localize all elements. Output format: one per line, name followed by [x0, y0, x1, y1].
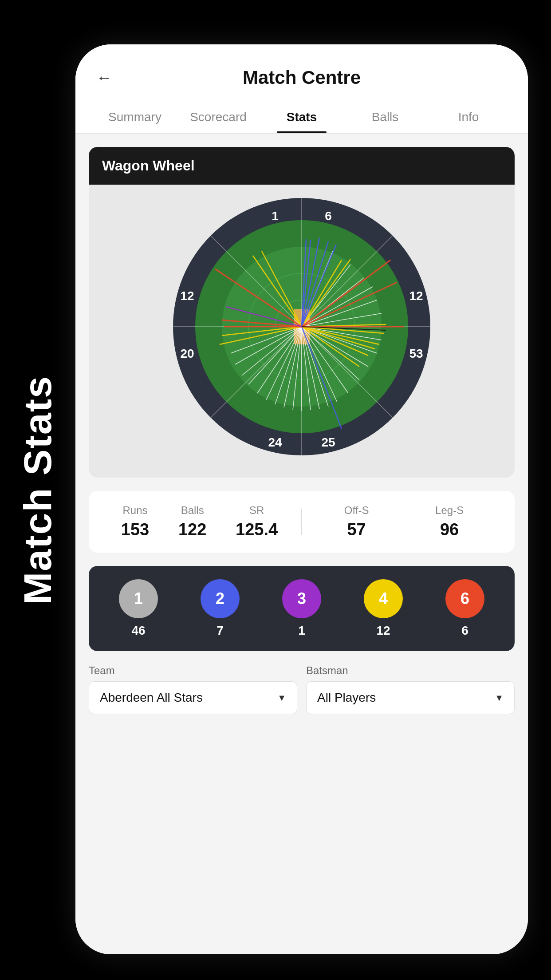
- stats-bar: Runs 153 Balls 122 SR 125.4 Off-S: [89, 491, 515, 553]
- dropdowns-row: Team Aberdeen All Stars ▼ Batsman All Pl…: [89, 664, 515, 727]
- stat-off-s: Off-S 57: [344, 504, 369, 539]
- back-button[interactable]: ←: [93, 67, 115, 89]
- run-count-4: 12: [376, 624, 390, 638]
- runs-label: Runs: [121, 504, 149, 517]
- wagon-wheel-title: Wagon Wheel: [102, 158, 195, 174]
- svg-text:12: 12: [180, 289, 194, 303]
- wagon-wheel-card: Wagon Wheel: [89, 147, 515, 478]
- run-circle-6: 6: [445, 579, 484, 618]
- batsman-dropdown-arrow-icon: ▼: [495, 693, 504, 703]
- svg-text:12: 12: [409, 289, 423, 303]
- team-value: Aberdeen All Stars: [100, 691, 203, 705]
- stat-leg-s: Leg-S 96: [435, 504, 464, 539]
- side-stats: Off-S 57 Leg-S 96: [311, 504, 497, 539]
- run-count-6: 6: [461, 624, 468, 638]
- run-circle-3: 3: [282, 579, 321, 618]
- svg-text:53: 53: [409, 347, 423, 360]
- run-circle-2: 2: [201, 579, 240, 618]
- tab-scorecard[interactable]: Scorecard: [177, 102, 260, 133]
- svg-text:6: 6: [325, 209, 332, 223]
- back-arrow-icon: ←: [96, 68, 112, 87]
- run-circle-4: 4: [364, 579, 403, 618]
- team-dropdown-arrow-icon: ▼: [277, 693, 286, 703]
- sr-label: SR: [236, 504, 278, 517]
- run-item-3: 3 1: [282, 579, 321, 638]
- main-content: Wagon Wheel: [75, 134, 528, 954]
- leg-s-label: Leg-S: [435, 504, 464, 517]
- page-title: Match Centre: [124, 67, 479, 88]
- run-count-1: 46: [131, 624, 145, 638]
- team-dropdown[interactable]: Aberdeen All Stars ▼: [89, 681, 297, 714]
- stat-runs: Runs 153: [121, 504, 149, 539]
- stats-divider: [301, 509, 302, 535]
- app-screen: ← Match Centre Summary Scorecard Stats B…: [75, 44, 528, 954]
- run-legend-card: 1 46 2 7 3 1: [89, 566, 515, 651]
- run-item-6: 6 6: [445, 579, 484, 638]
- off-s-value: 57: [344, 520, 369, 539]
- team-dropdown-group: Team Aberdeen All Stars ▼: [89, 664, 297, 714]
- batsman-value: All Players: [317, 691, 376, 705]
- batsman-dropdown[interactable]: All Players ▼: [306, 681, 515, 714]
- tab-balls[interactable]: Balls: [343, 102, 427, 133]
- svg-text:1: 1: [272, 209, 279, 223]
- run-item-4: 4 12: [364, 579, 403, 638]
- wagon-wheel-header: Wagon Wheel: [89, 147, 515, 185]
- leg-s-value: 96: [435, 520, 464, 539]
- batsman-label: Batsman: [306, 664, 515, 677]
- balls-value: 122: [178, 520, 206, 539]
- tab-info[interactable]: Info: [427, 102, 510, 133]
- run-count-2: 7: [216, 624, 224, 638]
- stat-sr: SR 125.4: [236, 504, 278, 539]
- wagon-wheel-chart: 1 6 12 20 12 53 24 25: [98, 194, 506, 469]
- run-count-3: 1: [298, 624, 305, 638]
- tab-stats[interactable]: Stats: [260, 102, 343, 133]
- run-item-2: 2 7: [201, 579, 240, 638]
- svg-text:25: 25: [321, 435, 335, 449]
- run-circle-1: 1: [119, 579, 158, 618]
- batsman-dropdown-group: Batsman All Players ▼: [306, 664, 515, 714]
- wagon-wheel-body: 1 6 12 20 12 53 24 25: [89, 185, 515, 478]
- sr-value: 125.4: [236, 520, 278, 539]
- phone-frame: ← Match Centre Summary Scorecard Stats B…: [75, 44, 528, 954]
- tab-bar: Summary Scorecard Stats Balls Info: [93, 102, 510, 133]
- team-label: Team: [89, 664, 297, 677]
- off-s-label: Off-S: [344, 504, 369, 517]
- balls-label: Balls: [178, 504, 206, 517]
- side-label: Match Stats: [0, 0, 75, 980]
- svg-text:20: 20: [180, 347, 194, 360]
- run-item-1: 1 46: [119, 579, 158, 638]
- tab-summary[interactable]: Summary: [93, 102, 177, 133]
- stat-balls: Balls 122: [178, 504, 206, 539]
- runs-value: 153: [121, 520, 149, 539]
- header: ← Match Centre Summary Scorecard Stats B…: [75, 44, 528, 134]
- svg-text:24: 24: [268, 435, 282, 449]
- side-label-text: Match Stats: [15, 375, 60, 605]
- primary-stats: Runs 153 Balls 122 SR 125.4: [106, 504, 292, 539]
- run-legend-row: 1 46 2 7 3 1: [98, 579, 506, 638]
